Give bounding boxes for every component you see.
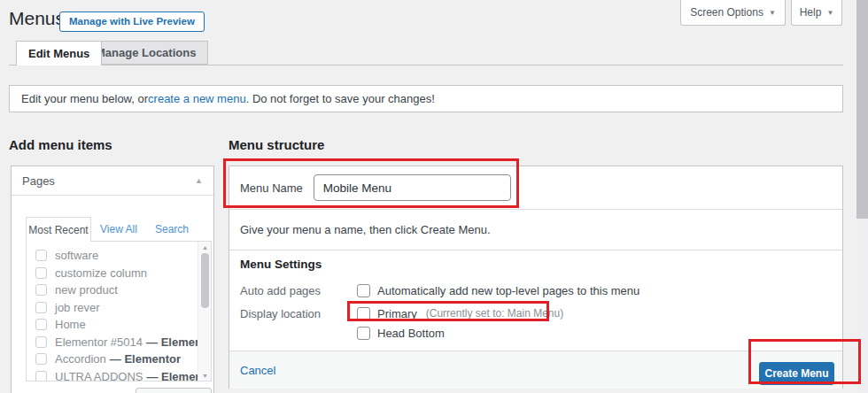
add-menu-items-heading: Add menu items	[9, 137, 112, 152]
page-label: software	[55, 249, 98, 262]
menu-settings-heading: Menu Settings	[240, 258, 322, 271]
wordpress-menus-screen: Menus Manage with Live Preview Screen Op…	[0, 0, 868, 393]
scroll-down-icon[interactable]: ▼	[198, 370, 212, 381]
menu-name-row: Menu Name	[229, 166, 842, 210]
auto-add-checkbox-label: Automatically add new top-level pages to…	[377, 284, 639, 297]
display-location-label: Display location	[240, 307, 321, 320]
page-label: customize column	[55, 266, 147, 280]
help-label: Help	[800, 6, 822, 19]
primary-location-note: (Currently set to: Main Menu)	[426, 307, 563, 320]
menu-name-input[interactable]	[314, 174, 511, 201]
chevron-down-icon: ▼	[769, 9, 776, 17]
page-label: Accordion	[55, 352, 106, 366]
cancel-link[interactable]: Cancel	[240, 364, 275, 377]
auto-add-pages-row: Auto add pages Automatically add new top…	[229, 281, 842, 299]
page-label: new product	[55, 283, 118, 297]
help-button[interactable]: Help ▼	[791, 0, 842, 26]
page-checkbox[interactable]	[35, 302, 47, 313]
list-item: software	[27, 247, 211, 265]
page-checkbox[interactable]	[35, 336, 47, 348]
page-checkbox[interactable]	[35, 250, 47, 261]
page-scrollbar[interactable]	[856, 0, 868, 393]
screen-options-button[interactable]: Screen Options ▼	[680, 0, 786, 26]
list-item: Elementor #5014 — Elementor	[27, 334, 211, 351]
page-label: Elementor #5014	[55, 335, 143, 349]
create-menu-button[interactable]: Create Menu	[759, 362, 834, 385]
page-label: Home	[55, 318, 86, 331]
tab-edit-menus[interactable]: Edit Menus	[16, 41, 102, 66]
card-footer: Cancel Create Menu	[229, 351, 842, 389]
screen-options-label: Screen Options	[690, 6, 763, 19]
page-scrollbar-thumb[interactable]	[856, 0, 868, 219]
page-checkbox[interactable]	[35, 371, 47, 381]
list-scrollbar[interactable]: ▲ ▼	[198, 242, 211, 381]
auto-add-checkbox[interactable]	[357, 284, 370, 297]
tab-most-recent[interactable]: Most Recent	[26, 217, 91, 242]
list-scrollbar-thumb[interactable]	[201, 253, 209, 308]
list-item: Accordion — Elementor	[27, 351, 211, 368]
manage-live-preview-button[interactable]: Manage with Live Preview	[59, 12, 205, 32]
notice-text-after: . Do not forget to save your changes!	[246, 92, 435, 105]
list-item: job rever	[27, 299, 211, 317]
pages-panel: Pages ▲ Most Recent View All Search soft…	[11, 166, 214, 393]
search-link[interactable]: Search	[155, 223, 189, 235]
notice-text-before: Edit your menu below, or	[21, 92, 148, 105]
page-checkbox[interactable]	[35, 267, 47, 279]
page-label-suffix: — Elementor	[110, 352, 181, 366]
primary-location-label: Primary	[377, 307, 417, 320]
notice-banner: Edit your menu below, or create a new me…	[9, 85, 843, 112]
pages-panel-title: Pages	[22, 174, 55, 188]
menu-structure-card: Menu Name Give your menu a name, then cl…	[229, 166, 843, 389]
page-checkbox[interactable]	[35, 319, 47, 330]
pages-list: software customize column new product jo…	[26, 241, 212, 381]
list-item: ULTRA ADDONS — Elementor	[27, 368, 211, 382]
create-new-menu-link[interactable]: create a new menu	[148, 92, 246, 105]
page-label: job rever	[55, 301, 100, 314]
page-title: Menus	[9, 8, 65, 29]
display-location-primary-row: Display location Primary (Currently set …	[229, 304, 842, 322]
primary-location-checkbox[interactable]	[357, 307, 370, 320]
menu-structure-heading: Menu structure	[229, 137, 324, 152]
menu-hint-text: Give your menu a name, then click Create…	[229, 210, 842, 250]
view-all-link[interactable]: View All	[100, 223, 137, 235]
list-item: new product	[27, 281, 211, 299]
head-bottom-label: Head Bottom	[377, 327, 445, 340]
list-item: customize column	[27, 265, 211, 282]
pages-panel-header[interactable]: Pages ▲	[12, 166, 213, 196]
head-bottom-checkbox[interactable]	[357, 327, 370, 340]
display-location-head-bottom-row: Head Bottom	[229, 324, 842, 342]
page-checkbox[interactable]	[35, 353, 47, 365]
auto-add-pages-label: Auto add pages	[240, 284, 321, 297]
page-label: ULTRA ADDONS	[55, 370, 143, 381]
scroll-up-icon[interactable]: ▲	[198, 242, 212, 252]
chevron-up-icon: ▲	[195, 176, 203, 185]
add-to-menu-button[interactable]	[136, 388, 212, 393]
list-item: Home	[27, 316, 211, 334]
chevron-down-icon: ▼	[826, 9, 833, 17]
tabs-divider	[9, 65, 843, 66]
page-checkbox[interactable]	[35, 284, 47, 296]
menu-name-label: Menu Name	[240, 181, 303, 195]
